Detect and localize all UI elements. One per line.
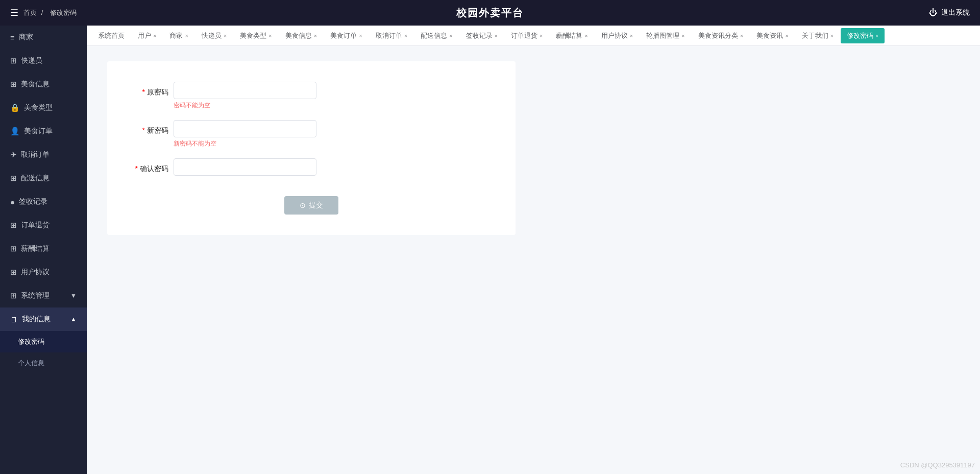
tab-user-agreement[interactable]: 用户协议 × xyxy=(595,28,639,43)
tab-courier[interactable]: 快递员 × xyxy=(195,28,233,43)
sidebar-item-label: 订单退货 xyxy=(21,221,50,230)
sidebar-item-food-order[interactable]: 👤 美食订单 xyxy=(0,120,87,143)
tab-delivery-close[interactable]: × xyxy=(449,33,452,39)
tab-user-agreement-close[interactable]: × xyxy=(630,33,633,39)
food-type-icon: 🔒 xyxy=(10,103,20,112)
tab-cancel-order[interactable]: 取消订单 × xyxy=(370,28,413,43)
tab-change-password-close[interactable]: × xyxy=(875,33,878,39)
menu-toggle-icon[interactable]: ☰ xyxy=(10,7,18,18)
tab-user[interactable]: 用户 × xyxy=(132,28,162,43)
tab-food-info-close[interactable]: × xyxy=(314,33,317,39)
sidebar-sub-item-change-password[interactable]: 修改密码 xyxy=(0,331,87,352)
courier-icon: ⊞ xyxy=(10,56,17,65)
breadcrumb-current: 修改密码 xyxy=(50,9,77,16)
required-mark2: * xyxy=(142,126,145,134)
user-agreement-icon: ⊞ xyxy=(10,268,17,277)
food-info-icon: ⊞ xyxy=(10,80,17,89)
sidebar-item-label: 配送信息 xyxy=(21,174,50,183)
tab-food-news-close[interactable]: × xyxy=(785,33,788,39)
required-mark: * xyxy=(142,88,145,96)
confirm-password-group: *确认密码 xyxy=(128,158,495,176)
tab-food-news-cat[interactable]: 美食资讯分类 × xyxy=(692,28,749,43)
sidebar-item-return-order[interactable]: ⊞ 订单退货 xyxy=(0,214,87,237)
confirm-password-label: *确认密码 xyxy=(128,160,168,174)
return-order-icon: ⊞ xyxy=(10,221,17,230)
tab-return-order-close[interactable]: × xyxy=(540,33,543,39)
sidebar-item-courier[interactable]: ⊞ 快递员 xyxy=(0,49,87,73)
sidebar-item-user-agreement[interactable]: ⊞ 用户协议 xyxy=(0,260,87,284)
salary-icon: ⊞ xyxy=(10,244,17,253)
tab-carousel[interactable]: 轮播图管理 × xyxy=(640,28,691,43)
submit-label: 提交 xyxy=(309,201,323,210)
tab-food-type[interactable]: 美食类型 × xyxy=(234,28,278,43)
tab-merchant-close[interactable]: × xyxy=(185,33,188,39)
sidebar-item-system-mgmt[interactable]: ⊞ 系统管理 ▼ xyxy=(0,284,87,307)
tab-user-close[interactable]: × xyxy=(153,33,156,39)
sidebar-item-food-info[interactable]: ⊞ 美食信息 xyxy=(0,73,87,96)
tab-change-password[interactable]: 修改密码 × xyxy=(841,28,885,43)
tab-delivery[interactable]: 配送信息 × xyxy=(414,28,458,43)
sidebar-item-label: 用户协议 xyxy=(21,268,50,277)
submit-area: ⊙ 提交 xyxy=(128,196,495,215)
sidebar-item-label: 签收记录 xyxy=(19,197,47,206)
tab-carousel-close[interactable]: × xyxy=(681,33,684,39)
tab-salary[interactable]: 薪酬结算 × xyxy=(550,28,594,43)
tab-return-order-label: 订单退货 xyxy=(511,31,537,40)
required-mark3: * xyxy=(135,164,138,173)
tab-cancel-order-label: 取消订单 xyxy=(376,31,402,40)
tab-food-type-close[interactable]: × xyxy=(268,33,272,39)
sidebar-item-delivery[interactable]: ⊞ 配送信息 xyxy=(0,167,87,190)
tab-receipt[interactable]: 签收记录 × xyxy=(460,28,504,43)
old-password-input[interactable] xyxy=(174,82,316,99)
new-password-error: 新密码不能为空 xyxy=(174,139,216,148)
tab-food-order[interactable]: 美食订单 × xyxy=(324,28,368,43)
system-mgmt-icon: ⊞ xyxy=(10,291,17,300)
tab-about-close[interactable]: × xyxy=(830,33,834,39)
new-password-group: *新密码 新密码不能为空 xyxy=(128,120,495,148)
delivery-icon: ⊞ xyxy=(10,174,17,183)
sidebar-sub-item-personal-info[interactable]: 个人信息 xyxy=(0,352,87,374)
tab-food-order-close[interactable]: × xyxy=(359,33,362,39)
tab-food-news[interactable]: 美食资讯 × xyxy=(750,28,794,43)
tab-home[interactable]: 系统首页 xyxy=(92,28,131,43)
confirm-password-row: *确认密码 xyxy=(128,158,495,176)
breadcrumb-home[interactable]: 首页 xyxy=(23,9,37,16)
sidebar-item-receipt[interactable]: ● 签收记录 xyxy=(0,190,87,214)
sidebar-item-label: 快递员 xyxy=(21,56,42,65)
tab-courier-close[interactable]: × xyxy=(224,33,227,39)
sidebar-item-label: 取消订单 xyxy=(21,150,50,159)
sidebar-item-salary[interactable]: ⊞ 薪酬结算 xyxy=(0,237,87,260)
tab-food-info[interactable]: 美食信息 × xyxy=(279,28,323,43)
merchant-icon: ≡ xyxy=(10,33,15,42)
tab-food-info-label: 美食信息 xyxy=(285,31,312,40)
sidebar-item-cancel-order[interactable]: ✈ 取消订单 xyxy=(0,143,87,167)
tab-salary-close[interactable]: × xyxy=(584,33,587,39)
tab-about[interactable]: 关于我们 × xyxy=(796,28,840,43)
old-password-label: *原密码 xyxy=(128,84,168,97)
sidebar-item-my-info[interactable]: 🗒 我的信息 ▲ xyxy=(0,307,87,331)
tab-courier-label: 快递员 xyxy=(202,31,222,40)
sidebar-item-label: 系统管理 xyxy=(21,291,50,300)
tab-receipt-close[interactable]: × xyxy=(495,33,498,39)
tab-return-order[interactable]: 订单退货 × xyxy=(505,28,549,43)
change-password-label: 修改密码 xyxy=(18,337,44,346)
new-password-input[interactable] xyxy=(174,120,316,137)
tab-food-news-cat-close[interactable]: × xyxy=(740,33,743,39)
tab-cancel-order-close[interactable]: × xyxy=(404,33,407,39)
submit-button[interactable]: ⊙ 提交 xyxy=(284,196,338,215)
receipt-icon: ● xyxy=(10,198,15,206)
sidebar-item-merchant[interactable]: ≡ 商家 xyxy=(0,26,87,49)
logout-icon: ⏻ xyxy=(929,8,937,17)
tab-food-order-label: 美食订单 xyxy=(330,31,357,40)
tab-carousel-label: 轮播图管理 xyxy=(646,31,679,40)
logout-button[interactable]: ⏻ 退出系统 xyxy=(929,8,970,17)
tab-receipt-label: 签收记录 xyxy=(466,31,493,40)
sidebar-item-food-type[interactable]: 🔒 美食类型 xyxy=(0,96,87,120)
confirm-password-input[interactable] xyxy=(174,158,316,176)
tab-food-news-label: 美食资讯 xyxy=(756,31,783,40)
tab-merchant[interactable]: 商家 × xyxy=(163,28,194,43)
chevron-down-icon: ▼ xyxy=(70,292,77,299)
page-title: 校园外卖平台 xyxy=(456,6,524,20)
sidebar-item-label: 美食订单 xyxy=(24,127,53,136)
submit-circle-icon: ⊙ xyxy=(300,201,306,209)
